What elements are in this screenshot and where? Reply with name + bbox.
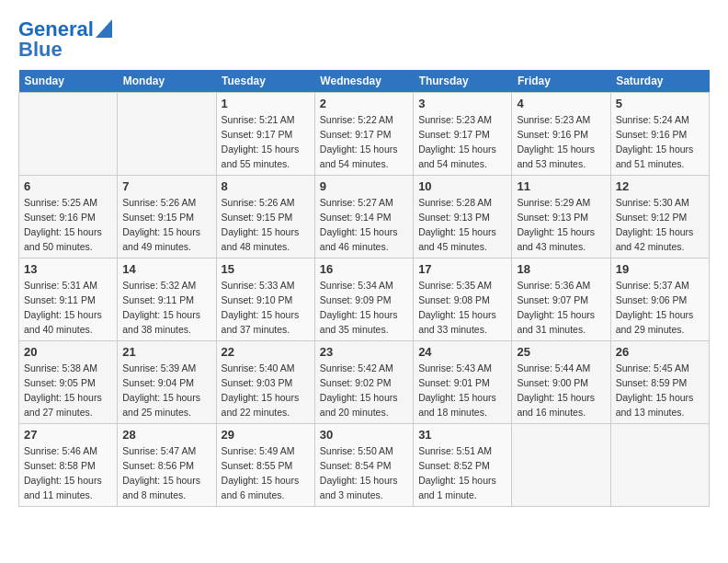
- calendar-cell: 3Sunrise: 5:23 AM Sunset: 9:17 PM Daylig…: [414, 93, 512, 176]
- day-info: Sunrise: 5:51 AM Sunset: 8:52 PM Dayligh…: [418, 444, 506, 502]
- calendar-cell: 22Sunrise: 5:40 AM Sunset: 9:03 PM Dayli…: [216, 341, 314, 424]
- day-info: Sunrise: 5:34 AM Sunset: 9:09 PM Dayligh…: [320, 279, 408, 337]
- day-info: Sunrise: 5:29 AM Sunset: 9:13 PM Dayligh…: [517, 196, 605, 254]
- day-info: Sunrise: 5:25 AM Sunset: 9:16 PM Dayligh…: [24, 196, 112, 254]
- page-header: General Blue: [18, 18, 710, 61]
- calendar-table: SundayMondayTuesdayWednesdayThursdayFrid…: [18, 70, 710, 507]
- day-info: Sunrise: 5:33 AM Sunset: 9:10 PM Dayligh…: [222, 279, 310, 337]
- calendar-cell: 4Sunrise: 5:23 AM Sunset: 9:16 PM Daylig…: [512, 93, 610, 176]
- day-number: 14: [122, 262, 210, 276]
- calendar-cell: 29Sunrise: 5:49 AM Sunset: 8:55 PM Dayli…: [216, 424, 314, 507]
- day-info: Sunrise: 5:47 AM Sunset: 8:56 PM Dayligh…: [122, 444, 210, 502]
- calendar-cell: 31Sunrise: 5:51 AM Sunset: 8:52 PM Dayli…: [414, 424, 512, 507]
- calendar-cell: 25Sunrise: 5:44 AM Sunset: 9:00 PM Dayli…: [512, 341, 610, 424]
- calendar-cell: 30Sunrise: 5:50 AM Sunset: 8:54 PM Dayli…: [314, 424, 413, 507]
- day-number: 17: [418, 262, 506, 276]
- calendar-cell: 17Sunrise: 5:35 AM Sunset: 9:08 PM Dayli…: [414, 259, 512, 341]
- logo: General Blue: [18, 18, 112, 61]
- calendar-cell: 14Sunrise: 5:32 AM Sunset: 9:11 PM Dayli…: [118, 259, 216, 341]
- col-header-thursday: Thursday: [414, 70, 512, 93]
- day-info: Sunrise: 5:46 AM Sunset: 8:58 PM Dayligh…: [24, 444, 112, 502]
- calendar-cell: 19Sunrise: 5:37 AM Sunset: 9:06 PM Dayli…: [610, 259, 709, 341]
- day-number: 1: [222, 97, 310, 110]
- day-number: 12: [616, 179, 704, 193]
- day-number: 27: [24, 428, 112, 442]
- day-info: Sunrise: 5:27 AM Sunset: 9:14 PM Dayligh…: [320, 196, 408, 254]
- day-info: Sunrise: 5:44 AM Sunset: 9:00 PM Dayligh…: [517, 362, 605, 419]
- day-number: 19: [616, 262, 704, 276]
- header-row: SundayMondayTuesdayWednesdayThursdayFrid…: [19, 70, 710, 93]
- calendar-cell: [19, 93, 118, 176]
- day-number: 29: [222, 428, 310, 442]
- svg-marker-0: [96, 19, 112, 38]
- day-info: Sunrise: 5:26 AM Sunset: 9:15 PM Dayligh…: [222, 196, 310, 254]
- day-number: 30: [320, 428, 408, 442]
- day-info: Sunrise: 5:31 AM Sunset: 9:11 PM Dayligh…: [24, 279, 112, 337]
- calendar-cell: 12Sunrise: 5:30 AM Sunset: 9:12 PM Dayli…: [610, 176, 709, 259]
- day-number: 16: [320, 262, 408, 276]
- day-number: 2: [320, 97, 408, 110]
- day-number: 28: [122, 428, 210, 442]
- day-info: Sunrise: 5:35 AM Sunset: 9:08 PM Dayligh…: [418, 279, 506, 337]
- day-number: 26: [616, 345, 704, 359]
- day-number: 10: [418, 179, 506, 193]
- day-info: Sunrise: 5:38 AM Sunset: 9:05 PM Dayligh…: [24, 362, 112, 419]
- calendar-cell: [118, 93, 216, 176]
- day-number: 21: [122, 345, 210, 359]
- day-number: 22: [222, 345, 310, 359]
- col-header-monday: Monday: [118, 70, 216, 93]
- day-info: Sunrise: 5:32 AM Sunset: 9:11 PM Dayligh…: [122, 279, 210, 337]
- day-info: Sunrise: 5:23 AM Sunset: 9:16 PM Dayligh…: [517, 113, 605, 171]
- day-info: Sunrise: 5:22 AM Sunset: 9:17 PM Dayligh…: [320, 113, 408, 171]
- day-info: Sunrise: 5:24 AM Sunset: 9:16 PM Dayligh…: [616, 113, 704, 171]
- calendar-cell: 21Sunrise: 5:39 AM Sunset: 9:04 PM Dayli…: [118, 341, 216, 424]
- week-row-3: 13Sunrise: 5:31 AM Sunset: 9:11 PM Dayli…: [19, 259, 710, 341]
- day-number: 31: [418, 428, 506, 442]
- week-row-4: 20Sunrise: 5:38 AM Sunset: 9:05 PM Dayli…: [19, 341, 710, 424]
- day-info: Sunrise: 5:21 AM Sunset: 9:17 PM Dayligh…: [222, 113, 310, 171]
- calendar-cell: [512, 424, 610, 507]
- calendar-cell: 13Sunrise: 5:31 AM Sunset: 9:11 PM Dayli…: [19, 259, 118, 341]
- col-header-wednesday: Wednesday: [314, 70, 413, 93]
- col-header-friday: Friday: [512, 70, 610, 93]
- day-info: Sunrise: 5:40 AM Sunset: 9:03 PM Dayligh…: [222, 362, 310, 419]
- col-header-tuesday: Tuesday: [216, 70, 314, 93]
- day-info: Sunrise: 5:26 AM Sunset: 9:15 PM Dayligh…: [122, 196, 210, 254]
- calendar-cell: 8Sunrise: 5:26 AM Sunset: 9:15 PM Daylig…: [216, 176, 314, 259]
- day-info: Sunrise: 5:45 AM Sunset: 8:59 PM Dayligh…: [616, 362, 704, 419]
- day-number: 25: [517, 345, 605, 359]
- calendar-cell: 24Sunrise: 5:43 AM Sunset: 9:01 PM Dayli…: [414, 341, 512, 424]
- calendar-cell: 6Sunrise: 5:25 AM Sunset: 9:16 PM Daylig…: [19, 176, 118, 259]
- calendar-cell: 27Sunrise: 5:46 AM Sunset: 8:58 PM Dayli…: [19, 424, 118, 507]
- day-number: 7: [122, 179, 210, 193]
- calendar-cell: 16Sunrise: 5:34 AM Sunset: 9:09 PM Dayli…: [314, 259, 413, 341]
- calendar-cell: 5Sunrise: 5:24 AM Sunset: 9:16 PM Daylig…: [610, 93, 709, 176]
- calendar-cell: 2Sunrise: 5:22 AM Sunset: 9:17 PM Daylig…: [314, 93, 413, 176]
- day-info: Sunrise: 5:23 AM Sunset: 9:17 PM Dayligh…: [418, 113, 506, 171]
- day-number: 4: [517, 97, 605, 110]
- day-info: Sunrise: 5:50 AM Sunset: 8:54 PM Dayligh…: [320, 444, 408, 502]
- day-info: Sunrise: 5:49 AM Sunset: 8:55 PM Dayligh…: [222, 444, 310, 502]
- logo-arrow-icon: [96, 19, 112, 38]
- week-row-5: 27Sunrise: 5:46 AM Sunset: 8:58 PM Dayli…: [19, 424, 710, 507]
- day-info: Sunrise: 5:39 AM Sunset: 9:04 PM Dayligh…: [122, 362, 210, 419]
- week-row-2: 6Sunrise: 5:25 AM Sunset: 9:16 PM Daylig…: [19, 176, 710, 259]
- day-number: 11: [517, 179, 605, 193]
- calendar-cell: 23Sunrise: 5:42 AM Sunset: 9:02 PM Dayli…: [314, 341, 413, 424]
- calendar-cell: 18Sunrise: 5:36 AM Sunset: 9:07 PM Dayli…: [512, 259, 610, 341]
- day-number: 6: [24, 179, 112, 193]
- day-number: 13: [24, 262, 112, 276]
- calendar-cell: 9Sunrise: 5:27 AM Sunset: 9:14 PM Daylig…: [314, 176, 413, 259]
- day-number: 23: [320, 345, 408, 359]
- day-info: Sunrise: 5:28 AM Sunset: 9:13 PM Dayligh…: [418, 196, 506, 254]
- calendar-cell: 20Sunrise: 5:38 AM Sunset: 9:05 PM Dayli…: [19, 341, 118, 424]
- day-info: Sunrise: 5:42 AM Sunset: 9:02 PM Dayligh…: [320, 362, 408, 419]
- day-number: 3: [418, 97, 506, 110]
- day-number: 18: [517, 262, 605, 276]
- calendar-cell: [610, 424, 709, 507]
- logo-blue-text: Blue: [18, 39, 63, 61]
- day-number: 15: [222, 262, 310, 276]
- day-number: 5: [616, 97, 704, 110]
- day-info: Sunrise: 5:36 AM Sunset: 9:07 PM Dayligh…: [517, 279, 605, 337]
- calendar-cell: 11Sunrise: 5:29 AM Sunset: 9:13 PM Dayli…: [512, 176, 610, 259]
